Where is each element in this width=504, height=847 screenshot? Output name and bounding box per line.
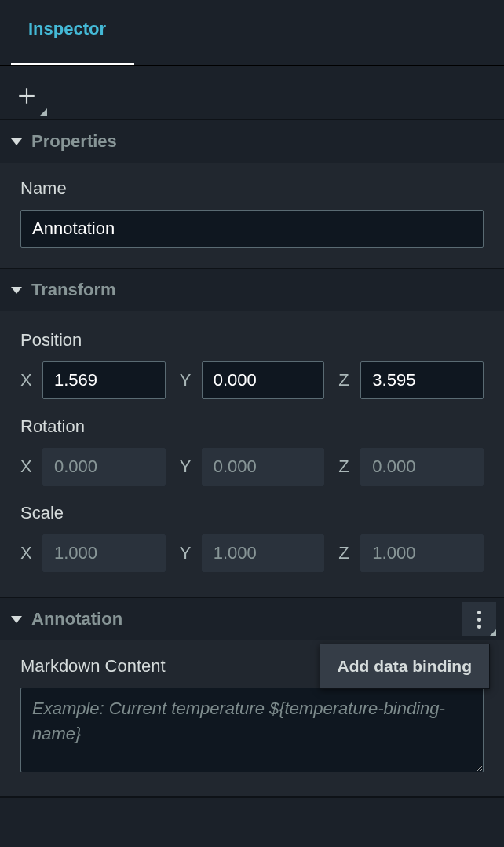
section-transform: Transform Position X Y Z Rotation X Y Z … [0,269,504,598]
section-properties-title: Properties [31,131,117,152]
scale-y-input[interactable] [202,534,325,572]
tab-bar: Inspector [0,0,504,66]
position-row: X Y Z [20,361,484,399]
axis-x-label: X [20,456,35,477]
section-transform-header[interactable]: Transform [0,269,504,311]
position-label: Position [20,330,484,350]
position-z-input[interactable] [360,361,484,399]
axis-y-label: Y [180,456,194,477]
position-y-input[interactable] [202,361,325,399]
rotation-y-input[interactable] [202,448,325,486]
rotation-row: X Y Z [20,448,484,486]
scale-z-input[interactable] [360,534,484,572]
axis-y-label: Y [180,543,194,563]
section-properties-header[interactable]: Properties [0,120,504,163]
section-transform-title: Transform [31,280,116,300]
caret-down-icon [11,616,22,623]
tab-inspector[interactable]: Inspector [0,0,134,65]
menu-item-add-data-binding[interactable]: Add data binding [320,644,489,688]
section-annotation: Annotation Add data binding Markdown Con… [0,598,504,797]
axis-y-label: Y [180,370,194,390]
position-x-input[interactable] [42,361,166,399]
axis-z-label: Z [338,370,352,390]
caret-down-icon [11,138,22,145]
rotation-label: Rotation [20,416,484,437]
axis-z-label: Z [338,456,352,477]
caret-down-icon [11,287,22,294]
rotation-z-input[interactable] [360,448,484,486]
dropdown-indicator-icon [39,108,47,116]
dropdown-indicator-icon [489,629,496,636]
axis-x-label: X [20,543,35,563]
kebab-icon [477,610,481,629]
toolbar [0,66,504,119]
markdown-content-textarea[interactable] [20,688,484,772]
name-input[interactable] [20,210,484,248]
name-label: Name [20,178,484,199]
annotation-menu-popover: Add data binding [320,644,490,689]
empty-space [0,797,504,834]
section-properties: Properties Name [0,119,504,269]
add-button[interactable] [9,79,44,113]
scale-row: X Y Z [20,534,484,572]
scale-x-input[interactable] [42,534,166,572]
section-annotation-header[interactable]: Annotation Add data binding [0,598,504,640]
plus-icon [16,86,37,106]
axis-x-label: X [20,370,35,390]
tab-inspector-label: Inspector [28,19,106,38]
axis-z-label: Z [338,543,352,563]
scale-label: Scale [20,503,484,523]
annotation-menu-button[interactable] [462,602,496,636]
section-annotation-title: Annotation [31,609,122,629]
rotation-x-input[interactable] [42,448,166,486]
